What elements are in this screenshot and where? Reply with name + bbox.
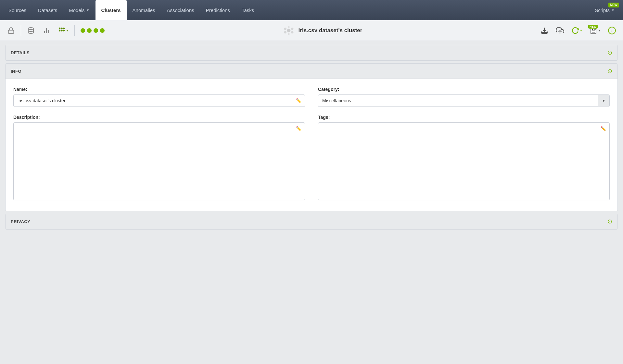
dot-4 bbox=[100, 28, 105, 33]
category-select-arrow: ▼ bbox=[598, 95, 609, 106]
svg-point-15 bbox=[291, 31, 293, 33]
privacy-section-title: PRIVACY bbox=[11, 219, 30, 224]
svg-point-1 bbox=[28, 28, 33, 30]
toolbar-title: iris.csv dataset's cluster bbox=[299, 27, 362, 34]
name-edit-icon[interactable]: ✏️ bbox=[296, 98, 301, 103]
category-select[interactable]: Miscellaneous Business Education Finance… bbox=[318, 95, 598, 107]
lock-button[interactable] bbox=[4, 23, 18, 38]
details-section-title: DETAILS bbox=[11, 50, 30, 55]
nav-label-associations: Associations bbox=[167, 7, 194, 13]
nav-label-anomalies: Anomalies bbox=[133, 7, 155, 13]
chart-button[interactable] bbox=[39, 23, 54, 38]
tags-edit-icon[interactable]: ✏️ bbox=[601, 126, 606, 131]
name-label: Name: bbox=[13, 87, 305, 92]
description-edit-icon[interactable]: ✏️ bbox=[296, 126, 301, 131]
info-icon bbox=[608, 26, 616, 35]
info-section-body: Name: iris.csv dataset's cluster ✏️ Cate… bbox=[6, 79, 617, 211]
refresh-icon bbox=[571, 27, 579, 34]
progress-dots bbox=[77, 28, 108, 33]
nav-label-sources: Sources bbox=[8, 7, 26, 13]
name-field: Name: iris.csv dataset's cluster ✏️ bbox=[13, 87, 305, 107]
main-content: DETAILS ⊙ INFO ⊙ Name: iris.csv dataset'… bbox=[0, 41, 623, 236]
toolbar-title-area: iris.csv dataset's cluster bbox=[109, 25, 536, 36]
info-section-title: INFO bbox=[11, 69, 21, 74]
svg-point-10 bbox=[63, 30, 64, 31]
toolbar-actions: ▼ NEW ▼ bbox=[537, 23, 619, 38]
nav-item-scripts[interactable]: NEW Scripts ▼ bbox=[589, 0, 620, 20]
info-section: INFO ⊙ Name: iris.csv dataset's cluster … bbox=[5, 63, 618, 211]
svg-point-11 bbox=[287, 29, 290, 32]
nav-label-models: Models bbox=[69, 7, 84, 13]
models-dropdown-arrow: ▼ bbox=[86, 8, 90, 12]
toolbar-divider-1 bbox=[21, 25, 21, 36]
svg-point-13 bbox=[291, 28, 293, 30]
nav-label-clusters: Clusters bbox=[101, 7, 121, 13]
nav-item-tasks[interactable]: Tasks bbox=[236, 0, 260, 20]
svg-point-6 bbox=[61, 28, 62, 29]
nav-label-scripts: Scripts bbox=[595, 7, 610, 13]
info-chevron-icon: ⊙ bbox=[607, 68, 612, 75]
nav-bar: Sources Datasets Models ▼ Clusters Anoma… bbox=[0, 0, 623, 20]
nav-item-models[interactable]: Models ▼ bbox=[63, 0, 95, 20]
download-button[interactable] bbox=[537, 23, 552, 38]
nav-item-predictions[interactable]: Predictions bbox=[200, 0, 236, 20]
info-section-header[interactable]: INFO ⊙ bbox=[6, 64, 617, 79]
category-field: Category: Miscellaneous Business Educati… bbox=[318, 87, 610, 107]
dot-3 bbox=[94, 28, 98, 33]
cluster-view-button[interactable]: ▼ bbox=[55, 23, 72, 38]
tags-field: Tags: ✏️ bbox=[318, 115, 610, 200]
description-field: Description: ✏️ bbox=[13, 115, 305, 200]
dot-2 bbox=[87, 28, 92, 33]
download-icon bbox=[540, 27, 548, 34]
category-label: Category: bbox=[318, 87, 610, 92]
tags-label: Tags: bbox=[318, 115, 610, 120]
svg-point-7 bbox=[59, 30, 60, 31]
toolbar-divider-2 bbox=[74, 25, 75, 36]
report-new-badge: NEW bbox=[588, 25, 598, 29]
nav-label-predictions: Predictions bbox=[206, 7, 230, 13]
details-section: DETAILS ⊙ bbox=[5, 45, 618, 61]
svg-rect-0 bbox=[8, 30, 14, 33]
privacy-chevron-icon: ⊙ bbox=[607, 218, 612, 225]
upload-button[interactable] bbox=[553, 23, 567, 38]
description-textarea-wrapper[interactable]: ✏️ bbox=[13, 122, 305, 200]
nav-item-datasets[interactable]: Datasets bbox=[32, 0, 63, 20]
dataset-icon bbox=[27, 27, 35, 34]
details-chevron-icon: ⊙ bbox=[607, 49, 612, 56]
cluster-view-dropdown-arrow: ▼ bbox=[66, 29, 69, 32]
dataset-button[interactable] bbox=[24, 23, 38, 38]
svg-rect-19 bbox=[541, 32, 547, 33]
nav-item-associations[interactable]: Associations bbox=[161, 0, 200, 20]
cluster-logo-icon bbox=[283, 25, 295, 36]
info-button[interactable] bbox=[605, 23, 619, 38]
tags-textarea-wrapper[interactable]: ✏️ bbox=[318, 122, 610, 200]
upload-cloud-icon bbox=[556, 26, 564, 35]
refresh-button[interactable]: ▼ bbox=[568, 23, 585, 38]
privacy-section-header[interactable]: PRIVACY ⊙ bbox=[6, 214, 617, 229]
name-input-wrapper[interactable]: iris.csv dataset's cluster ✏️ bbox=[13, 94, 305, 107]
scripts-dropdown-arrow: ▼ bbox=[611, 8, 615, 12]
svg-point-8 bbox=[61, 30, 62, 31]
report-dropdown-arrow: ▼ bbox=[598, 29, 601, 32]
description-label: Description: bbox=[13, 115, 305, 120]
svg-point-14 bbox=[284, 31, 286, 33]
svg-point-16 bbox=[288, 26, 289, 28]
nav-item-anomalies[interactable]: Anomalies bbox=[127, 0, 161, 20]
report-button[interactable]: NEW ▼ bbox=[587, 23, 604, 38]
nav-label-datasets: Datasets bbox=[38, 7, 57, 13]
details-section-header[interactable]: DETAILS ⊙ bbox=[6, 45, 617, 60]
category-select-wrapper: Miscellaneous Business Education Finance… bbox=[318, 94, 610, 107]
svg-point-17 bbox=[288, 33, 289, 35]
nav-item-clusters[interactable]: Clusters bbox=[95, 0, 127, 20]
lock-icon bbox=[7, 27, 15, 34]
svg-point-5 bbox=[59, 28, 60, 29]
name-value: iris.csv dataset's cluster bbox=[18, 98, 65, 103]
toolbar: ▼ iris.csv dataset's cluster bbox=[0, 20, 623, 41]
privacy-section: PRIVACY ⊙ bbox=[5, 214, 618, 230]
svg-point-9 bbox=[63, 28, 64, 29]
svg-point-12 bbox=[284, 28, 286, 30]
nav-item-sources[interactable]: Sources bbox=[3, 0, 32, 20]
dot-1 bbox=[81, 28, 85, 33]
chart-icon bbox=[43, 27, 50, 34]
refresh-dropdown-arrow: ▼ bbox=[580, 29, 583, 32]
